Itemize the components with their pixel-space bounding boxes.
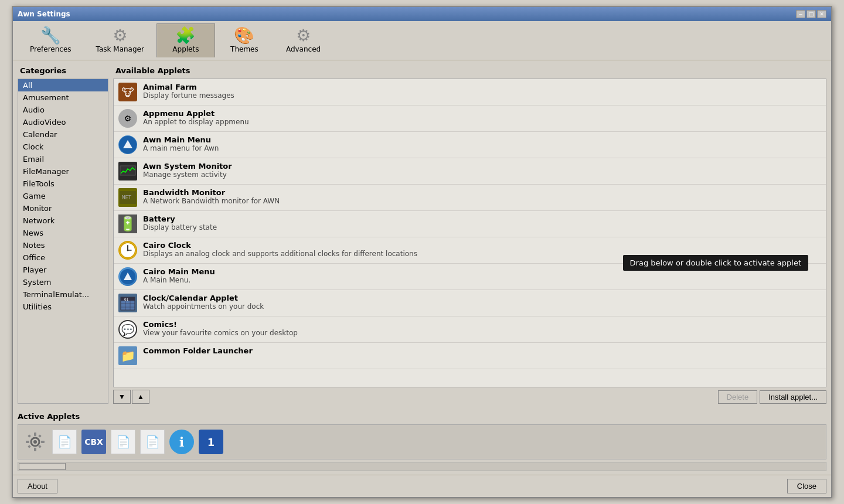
minimize-button[interactable]: −: [796, 10, 805, 18]
horizontal-scrollbar[interactable]: [18, 462, 826, 471]
sidebar-item-all[interactable]: All: [18, 79, 108, 91]
titlebar-buttons: − □ ✕: [796, 10, 826, 18]
active-applets-header: Active Applets: [18, 412, 826, 421]
sidebar-scroll[interactable]: All Amusement Audio AudioVideo Calendar …: [18, 79, 108, 404]
tab-preferences[interactable]: 🔧 Preferences: [18, 23, 84, 57]
applet-bandwidth-monitor-info: Bandwidth Monitor A Network Bandwidth mo…: [143, 188, 821, 205]
svg-rect-23: [41, 441, 45, 443]
sidebar-item-calendar[interactable]: Calendar: [18, 128, 108, 141]
active-applet-num[interactable]: 1: [199, 430, 223, 454]
close-window-button[interactable]: ✕: [817, 10, 826, 18]
about-button[interactable]: About: [18, 479, 57, 493]
sidebar-item-amusement[interactable]: Amusement: [18, 91, 108, 104]
sidebar-item-notes[interactable]: Notes: [18, 239, 108, 251]
tab-advanced-label: Advanced: [286, 45, 321, 53]
toolbar: 🔧 Preferences ⚙ Task Manager 🧩 Applets 🎨…: [13, 21, 831, 60]
applet-cairo-main-menu-desc: A Main Menu.: [143, 276, 821, 284]
tab-applets[interactable]: 🧩 Applets: [156, 23, 215, 57]
applet-bandwidth-monitor[interactable]: NET Bandwidth Monitor A Network Bandwidt…: [114, 185, 826, 211]
active-applets-bar[interactable]: 📄 CBX 📄 📄 ℹ 1: [18, 424, 826, 459]
applet-battery-info: Battery Display battery state: [143, 214, 821, 231]
applets-list[interactable]: Drag below or double click to activate a…: [113, 79, 826, 387]
sidebar-item-clock[interactable]: Clock: [18, 141, 108, 153]
install-applet-button[interactable]: Install applet...: [760, 390, 826, 404]
sidebar-item-email[interactable]: Email: [18, 153, 108, 165]
sidebar: Categories All Amusement Audio AudioVide…: [18, 65, 108, 404]
applet-animal-farm[interactable]: 🐮 Animal Farm Display fortune messages: [114, 79, 826, 105]
sidebar-item-game[interactable]: Game: [18, 190, 108, 202]
window-title: Awn Settings: [18, 10, 70, 18]
applet-awn-system-monitor[interactable]: Awn System Monitor Manage system activit…: [114, 158, 826, 185]
sidebar-item-filetools[interactable]: FileTools: [18, 178, 108, 190]
applet-comics[interactable]: 💬 Comics! View your favourite comics on …: [114, 316, 826, 343]
svg-rect-26: [38, 434, 42, 438]
applet-awn-system-monitor-name: Awn System Monitor: [143, 162, 821, 171]
monitor-svg: [120, 165, 136, 177]
applet-clock-calendar[interactable]: 01 Clock/Calendar Applet Watch appointme…: [114, 290, 826, 316]
themes-icon: 🎨: [234, 28, 254, 44]
active-applet-text1[interactable]: 📄: [52, 430, 77, 454]
available-applets-header: Available Applets: [113, 65, 826, 76]
task-manager-icon: ⚙: [113, 28, 127, 44]
applet-common-folder-icon: 📁: [118, 346, 137, 365]
active-applet-gear[interactable]: [23, 430, 47, 454]
active-applet-cbx[interactable]: CBX: [81, 430, 106, 454]
applet-comics-desc: View your favourite comics on your deskt…: [143, 329, 821, 337]
active-applet-text2[interactable]: 📄: [111, 430, 135, 454]
applet-cairo-clock-desc: Displays an analog clock and supports ad…: [143, 250, 821, 258]
sidebar-item-filemanager[interactable]: FileManager: [18, 165, 108, 178]
applet-appmenu[interactable]: ⚙ Appmenu Applet An applet to display ap…: [114, 105, 826, 132]
close-button[interactable]: Close: [787, 479, 826, 493]
applet-cairo-main-menu-icon: [118, 267, 137, 286]
sidebar-item-player[interactable]: Player: [18, 264, 108, 276]
applet-cairo-clock-name: Cairo Clock: [143, 241, 821, 250]
scroll-thumb[interactable]: [19, 463, 66, 470]
applet-comics-info: Comics! View your favourite comics on yo…: [143, 320, 821, 337]
applet-awn-main-menu-info: Awn Main Menu A main menu for Awn: [143, 135, 821, 152]
svg-point-8: [127, 250, 129, 251]
clock-svg: [120, 242, 136, 258]
applet-cairo-clock-info: Cairo Clock Displays an analog clock and…: [143, 241, 821, 258]
sidebar-item-network[interactable]: Network: [18, 214, 108, 227]
applet-awn-main-menu-icon: [118, 135, 137, 154]
tab-preferences-label: Preferences: [30, 45, 72, 53]
scroll-up-button[interactable]: ▲: [132, 390, 149, 404]
applet-animal-farm-name: Animal Farm: [143, 83, 821, 91]
sidebar-item-terminalemulator[interactable]: TerminalEmulat...: [18, 288, 108, 301]
sidebar-item-news[interactable]: News: [18, 227, 108, 239]
applet-comics-name: Comics!: [143, 320, 821, 329]
tab-applets-label: Applets: [172, 45, 199, 53]
scroll-down-button[interactable]: ▼: [113, 390, 131, 404]
sidebar-item-utilities[interactable]: Utilities: [18, 301, 108, 313]
applet-cairo-clock[interactable]: Cairo Clock Displays an analog clock and…: [114, 237, 826, 264]
applet-common-folder[interactable]: 📁 Common Folder Launcher: [114, 343, 826, 369]
applet-cairo-main-menu-info: Cairo Main Menu A Main Menu.: [143, 267, 821, 284]
active-applet-info[interactable]: ℹ: [169, 430, 194, 454]
svg-rect-21: [34, 448, 36, 451]
sidebar-item-system[interactable]: System: [18, 276, 108, 288]
svg-rect-27: [28, 445, 31, 448]
sidebar-item-monitor[interactable]: Monitor: [18, 202, 108, 214]
tab-task-manager-label: Task Manager: [96, 45, 144, 53]
svg-rect-20: [34, 433, 36, 436]
tab-themes-label: Themes: [230, 45, 258, 53]
tab-themes[interactable]: 🎨 Themes: [215, 23, 274, 57]
applet-bandwidth-monitor-desc: A Network Bandwidth monitor for AWN: [143, 197, 821, 205]
delete-button[interactable]: Delete: [718, 390, 758, 404]
applet-battery[interactable]: 🔋 Battery Display battery state: [114, 211, 826, 237]
active-applet-text3[interactable]: 📄: [140, 430, 165, 454]
calendar-svg: 01: [120, 295, 135, 311]
tab-advanced[interactable]: ⚙ Advanced: [274, 23, 333, 57]
sidebar-item-audio[interactable]: Audio: [18, 104, 108, 116]
sidebar-item-audiovideo[interactable]: AudioVideo: [18, 116, 108, 128]
restore-button[interactable]: □: [806, 10, 816, 18]
applet-common-folder-info: Common Folder Launcher: [143, 346, 821, 355]
tab-task-manager[interactable]: ⚙ Task Manager: [84, 23, 156, 57]
svg-rect-22: [26, 441, 29, 443]
active-applets-section: Active Applets 📄 CBX: [13, 408, 831, 475]
sidebar-item-office[interactable]: Office: [18, 251, 108, 264]
applet-awn-main-menu-desc: A main menu for Awn: [143, 144, 821, 152]
applet-cairo-main-menu[interactable]: Cairo Main Menu A Main Menu.: [114, 264, 826, 290]
applet-common-folder-name: Common Folder Launcher: [143, 346, 821, 355]
applet-awn-main-menu[interactable]: Awn Main Menu A main menu for Awn: [114, 132, 826, 158]
